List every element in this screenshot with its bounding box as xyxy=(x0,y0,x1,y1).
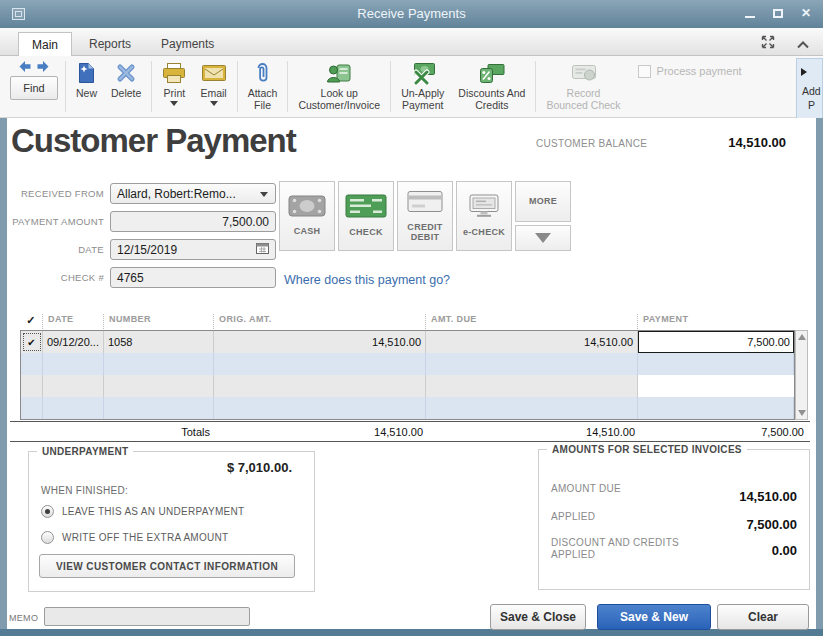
totals-orig-amt: 14,510.00 xyxy=(374,426,423,438)
check-method-button-selected[interactable]: CHECK xyxy=(338,181,394,251)
discount-credits-value: 0.00 xyxy=(772,543,797,558)
payment-method-group: CASH CHECK CREDIT DEBIT e-CHECK xyxy=(279,181,571,251)
column-date[interactable]: DATE xyxy=(42,314,103,329)
date-label: DATE xyxy=(4,244,104,255)
print-dropdown-caret xyxy=(170,101,178,106)
memo-input[interactable] xyxy=(44,607,250,626)
radio-unselected-icon[interactable] xyxy=(41,531,54,544)
totals-payment: 7,500.00 xyxy=(761,426,804,438)
invoice-table: ✔ 09/12/20... 1058 14,510.00 14,510.00 7… xyxy=(20,330,795,420)
lookup-customer-invoice-button[interactable]: Look upCustomer/Invoice xyxy=(291,56,387,117)
underpayment-amount: $ 7,010.00. xyxy=(227,460,292,475)
title-bar: Receive Payments ✕ xyxy=(0,0,823,28)
received-from-dropdown[interactable]: Allard, Robert:Remo... xyxy=(110,183,276,204)
applied-value: 7,500.00 xyxy=(746,517,797,532)
delete-x-icon xyxy=(115,61,137,85)
discount-credits-label-line1: DISCOUNT AND CREDITS xyxy=(551,537,679,548)
check-number-input[interactable]: 4765 xyxy=(110,267,276,288)
new-document-icon xyxy=(77,61,96,85)
cash-method-button[interactable]: CASH xyxy=(279,181,335,251)
column-check[interactable]: ✓ xyxy=(20,314,42,329)
where-does-payment-go-link[interactable]: Where does this payment go? xyxy=(284,273,450,287)
printer-icon xyxy=(162,61,186,85)
save-and-close-button[interactable]: Save & Close xyxy=(490,604,586,630)
totals-label: Totals xyxy=(165,426,210,438)
credit-card-icon xyxy=(407,190,443,217)
amount-due-value: 14,510.00 xyxy=(739,489,797,504)
form-body: Customer Payment CUSTOMER BALANCE 14,510… xyxy=(0,118,823,636)
process-payment-checkbox xyxy=(638,65,651,78)
table-scrollbar[interactable] xyxy=(795,330,808,420)
applied-label: APPLIED xyxy=(551,511,595,522)
totals-amt-due: 14,510.00 xyxy=(586,426,635,438)
echeck-method-button[interactable]: e-CHECK xyxy=(456,181,512,251)
table-row[interactable]: ✔ 09/12/20... 1058 14,510.00 14,510.00 7… xyxy=(21,331,794,353)
tab-reports[interactable]: Reports xyxy=(76,32,144,56)
find-button[interactable]: Find xyxy=(10,76,58,100)
more-methods-button[interactable]: MORE xyxy=(515,181,571,222)
cash-icon xyxy=(288,195,326,221)
empty-row xyxy=(21,353,794,375)
date-input[interactable]: 12/15/2019 xyxy=(110,239,276,260)
column-orig-amt[interactable]: ORIG. AMT. xyxy=(213,314,425,329)
amount-due-label: AMOUNT DUE xyxy=(551,483,621,494)
payment-amount-input[interactable]: 7,500.00 xyxy=(110,211,276,232)
write-off-option[interactable]: WRITE OFF THE EXTRA AMOUNT xyxy=(41,531,229,544)
row-check-toggle[interactable]: ✔ xyxy=(21,331,43,353)
empty-row xyxy=(21,375,794,397)
close-button[interactable]: ✕ xyxy=(795,4,817,22)
record-bounced-check-button: RecordBounced Check xyxy=(539,56,627,117)
delete-button[interactable]: Delete xyxy=(104,56,148,117)
discount-credits-label-line2: APPLIED xyxy=(551,549,595,560)
page-title: Customer Payment xyxy=(11,122,296,160)
process-payment-option: Process payment xyxy=(628,56,750,117)
check-icon xyxy=(345,194,387,222)
calendar-icon[interactable] xyxy=(256,242,269,257)
window-border-bottom xyxy=(0,629,823,636)
discounts-credits-icon xyxy=(479,61,505,85)
amounts-title: AMOUNTS FOR SELECTED INVOICES xyxy=(547,444,747,455)
bounced-check-icon xyxy=(571,61,597,85)
lookup-customer-icon xyxy=(326,61,352,85)
view-customer-contact-button[interactable]: VIEW CUSTOMER CONTACT INFORMATION xyxy=(39,554,295,578)
totals-row: Totals 14,510.00 14,510.00 7,500.00 xyxy=(10,421,810,442)
envelope-icon xyxy=(202,61,226,85)
attach-file-button[interactable]: AttachFile xyxy=(241,56,285,117)
radio-selected-icon[interactable] xyxy=(41,505,54,518)
payment-cell-editing[interactable]: 7,500.00 xyxy=(638,331,794,353)
email-button[interactable]: Email xyxy=(193,56,233,117)
customer-balance-label: CUSTOMER BALANCE xyxy=(536,138,647,149)
column-number[interactable]: NUMBER xyxy=(103,314,213,329)
print-button[interactable]: Print xyxy=(155,56,193,117)
receive-payments-window: Receive Payments ✕ Main Reports Payments xyxy=(0,0,823,636)
discounts-credits-button[interactable]: Discounts AndCredits xyxy=(451,56,532,117)
tab-payments[interactable]: Payments xyxy=(148,32,227,56)
collapse-ribbon-icon[interactable] xyxy=(797,35,809,53)
amounts-for-selected-invoices-section: AMOUNTS FOR SELECTED INVOICES AMOUNT DUE… xyxy=(538,449,810,590)
underpayment-section: UNDERPAYMENT $ 7,010.00. WHEN FINISHED: … xyxy=(28,451,315,592)
tab-main[interactable]: Main xyxy=(18,32,72,57)
new-button[interactable]: New xyxy=(69,56,104,117)
triangle-down-icon xyxy=(535,233,551,243)
column-payment[interactable]: PAYMENT xyxy=(637,314,794,329)
expand-ribbon-icon[interactable] xyxy=(761,35,775,53)
check-number-label: CHECK # xyxy=(4,272,104,283)
side-panel-arrow-icon xyxy=(801,68,807,76)
column-amt-due[interactable]: AMT. DUE xyxy=(425,314,637,329)
window-border-right xyxy=(816,118,823,636)
minimize-button[interactable] xyxy=(739,4,761,22)
clear-button[interactable]: Clear xyxy=(717,604,809,630)
maximize-button[interactable] xyxy=(767,4,789,22)
ribbon-tab-bar: Main Reports Payments xyxy=(0,28,823,56)
save-and-new-button[interactable]: Save & New xyxy=(597,604,711,630)
more-methods-expand-button[interactable] xyxy=(515,225,571,251)
chevron-down-icon xyxy=(260,192,268,197)
find-prev-next-icons[interactable] xyxy=(16,60,52,73)
email-dropdown-caret xyxy=(210,101,218,106)
credit-debit-method-button[interactable]: CREDIT DEBIT xyxy=(397,181,453,251)
echeck-monitor-icon xyxy=(469,194,499,222)
scroll-up-icon[interactable] xyxy=(798,334,806,340)
leave-underpayment-option[interactable]: LEAVE THIS AS AN UNDERPAYMENT xyxy=(41,505,244,518)
scroll-down-icon[interactable] xyxy=(798,410,806,416)
unapply-payment-button[interactable]: Un-ApplyPayment xyxy=(394,56,451,117)
